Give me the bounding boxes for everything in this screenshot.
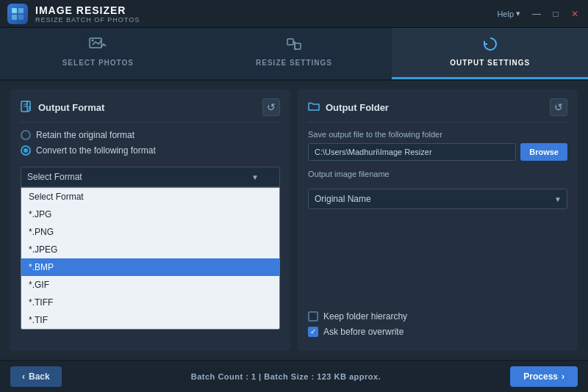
output-folder-reset-button[interactable]: ↺ <box>550 98 567 116</box>
ask-overwrite-checkbox[interactable] <box>308 327 318 337</box>
app-title: IMAGE RESIZER <box>35 4 140 16</box>
step-select-photos-label: SELECT PHOTOS <box>62 59 134 67</box>
output-folder-header: Output Folder ↺ <box>308 98 567 123</box>
filename-label: Output image filename <box>308 170 567 178</box>
step-resize-settings-label: RESIZE SETTINGS <box>256 59 332 67</box>
format-select-trigger[interactable]: Select Format ▼ <box>21 167 280 187</box>
output-format-reset-button[interactable]: ↺ <box>262 98 280 116</box>
process-button[interactable]: Process › <box>510 366 578 387</box>
keep-hierarchy-label: Keep folder hierarchy <box>323 311 407 322</box>
app-subtitle: RESIZE BATCH OF PHOTOS <box>35 16 140 23</box>
filename-dropdown[interactable]: Original Name <box>308 189 567 209</box>
output-folder-panel: Output Folder ↺ Save output file to the … <box>298 90 578 351</box>
app-icon <box>7 4 28 24</box>
svg-rect-7 <box>295 43 301 49</box>
save-folder-label: Save output file to the following folder <box>308 130 567 139</box>
retain-format-label: Retain the original format <box>36 130 135 140</box>
format-option-0[interactable]: Select Format <box>21 188 279 206</box>
retain-format-option[interactable]: Retain the original format <box>21 130 280 140</box>
step-resize-settings[interactable]: RESIZE SETTINGS <box>196 28 392 79</box>
step-output-settings-icon <box>481 36 499 56</box>
format-select-value: Select Format <box>27 172 82 182</box>
minimize-button[interactable]: — <box>531 9 542 19</box>
output-format-header: Output Format ↺ <box>21 98 280 123</box>
output-format-panel: Output Format ↺ Retain the original form… <box>10 90 290 351</box>
format-option-4[interactable]: *.BMP <box>21 258 279 276</box>
app-title-block: IMAGE RESIZER RESIZE BATCH OF PHOTOS <box>35 4 140 23</box>
output-folder-title: Output Folder <box>326 102 389 113</box>
svg-rect-6 <box>287 39 293 45</box>
convert-format-label: Convert to the following format <box>36 145 156 156</box>
svg-rect-11 <box>27 101 30 111</box>
svg-rect-3 <box>18 15 24 20</box>
output-folder-icon <box>308 101 320 115</box>
format-option-2[interactable]: *.PNG <box>21 223 279 241</box>
format-option-7[interactable]: *.TIF <box>21 311 279 329</box>
output-format-title: Output Format <box>38 102 104 113</box>
title-bar-left: IMAGE RESIZER RESIZE BATCH OF PHOTOS <box>7 4 140 24</box>
output-format-icon <box>21 101 32 115</box>
svg-point-5 <box>92 39 94 41</box>
title-bar: IMAGE RESIZER RESIZE BATCH OF PHOTOS Hel… <box>0 0 588 28</box>
title-bar-right: Help ▾ — □ ✕ <box>497 9 581 19</box>
process-button-label: Process <box>523 371 558 382</box>
help-button[interactable]: Help ▾ <box>497 9 520 18</box>
ask-overwrite-row[interactable]: Ask before overwrite <box>308 327 567 337</box>
step-select-photos[interactable]: SELECT PHOTOS <box>0 28 196 79</box>
convert-format-radio[interactable] <box>21 145 31 156</box>
back-arrow-icon: ‹ <box>22 371 25 382</box>
format-option-5[interactable]: *.GIF <box>21 276 279 294</box>
format-option-6[interactable]: *.TIFF <box>21 294 279 311</box>
step-output-settings-label: OUTPUT SETTINGS <box>450 59 530 67</box>
format-dropdown-arrow: ▼ <box>251 173 259 181</box>
folder-path-input[interactable] <box>308 143 516 161</box>
svg-rect-1 <box>18 8 24 13</box>
filename-dropdown-wrapper: Original Name ▼ <box>308 189 567 209</box>
window-controls: — □ ✕ <box>531 9 581 19</box>
step-resize-settings-icon <box>285 36 303 56</box>
format-select-container: Select Format ▼ Select Format *.JPG *.PN… <box>21 167 280 330</box>
main-content: Output Format ↺ Retain the original form… <box>0 81 588 360</box>
convert-format-option[interactable]: Convert to the following format <box>21 145 280 156</box>
format-option-1[interactable]: *.JPG <box>21 206 279 223</box>
keep-hierarchy-checkbox[interactable] <box>308 311 318 322</box>
svg-rect-0 <box>12 8 17 13</box>
batch-info: Batch Count : 1 | Batch Size : 123 KB ap… <box>69 372 503 381</box>
folder-input-row: Browse <box>308 143 567 161</box>
steps-nav: SELECT PHOTOS RESIZE SETTINGS OUTPUT SET… <box>0 28 588 81</box>
svg-rect-2 <box>12 15 17 20</box>
bottom-bar: ‹ Back Batch Count : 1 | Batch Size : 12… <box>0 360 588 392</box>
format-dropdown-list: Select Format *.JPG *.PNG *.JPEG *.BMP *… <box>21 187 280 330</box>
back-button[interactable]: ‹ Back <box>10 366 62 387</box>
format-option-3[interactable]: *.JPEG <box>21 241 279 258</box>
maximize-button[interactable]: □ <box>550 9 562 19</box>
retain-format-radio[interactable] <box>21 130 31 140</box>
ask-overwrite-label: Ask before overwrite <box>323 327 404 337</box>
browse-button[interactable]: Browse <box>520 143 567 161</box>
keep-hierarchy-row[interactable]: Keep folder hierarchy <box>308 311 567 322</box>
process-arrow-icon: › <box>562 371 564 382</box>
close-button[interactable]: ✕ <box>569 9 581 19</box>
back-button-label: Back <box>29 371 50 382</box>
step-select-photos-icon <box>89 36 107 56</box>
step-output-settings[interactable]: OUTPUT SETTINGS <box>392 28 588 79</box>
